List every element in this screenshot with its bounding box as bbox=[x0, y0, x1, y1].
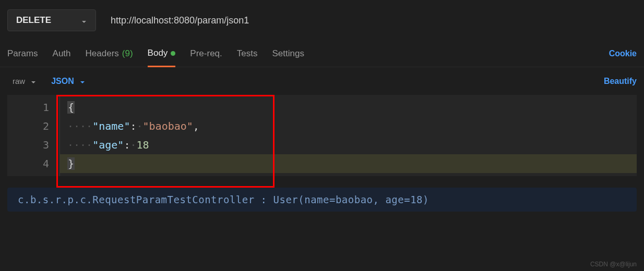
tab-body[interactable]: Body bbox=[148, 41, 176, 67]
code-editor[interactable]: 1 2 3 4 { ····"name":·"baobao", ····"age… bbox=[7, 95, 637, 176]
code-line: ····"name":·"baobao", bbox=[60, 117, 637, 136]
tab-params[interactable]: Params bbox=[7, 41, 38, 67]
chevron-down-icon bbox=[81, 17, 87, 23]
code-content[interactable]: { ····"name":·"baobao", ····"age":·18 } bbox=[59, 95, 637, 176]
watermark: CSDN @x@lijun bbox=[590, 261, 637, 268]
code-line: } bbox=[60, 154, 637, 173]
body-controls-row: raw JSON Beautify bbox=[0, 67, 644, 95]
tab-settings[interactable]: Settings bbox=[272, 41, 304, 67]
code-line: ····"age":·18 bbox=[60, 136, 637, 154]
body-format-dropdown[interactable]: JSON bbox=[51, 77, 86, 86]
headers-count: (9) bbox=[122, 48, 133, 59]
url-input[interactable] bbox=[104, 11, 637, 30]
line-number-gutter: 1 2 3 4 bbox=[7, 95, 59, 176]
request-tabs: Params Auth Headers (9) Body Pre-req. Te… bbox=[0, 41, 644, 67]
body-modified-indicator-icon bbox=[171, 51, 175, 56]
body-controls-left: raw JSON bbox=[7, 75, 86, 88]
request-tabs-left: Params Auth Headers (9) Body Pre-req. Te… bbox=[7, 41, 304, 67]
chevron-down-icon bbox=[79, 78, 86, 84]
tab-auth[interactable]: Auth bbox=[53, 41, 71, 67]
code-line: { bbox=[60, 98, 637, 117]
http-method-label: DELETE bbox=[16, 15, 51, 26]
tab-headers[interactable]: Headers (9) bbox=[86, 41, 133, 67]
body-type-dropdown[interactable]: raw bbox=[7, 75, 42, 88]
cookies-link[interactable]: Cookie bbox=[609, 49, 637, 58]
http-method-dropdown[interactable]: DELETE bbox=[7, 9, 96, 31]
beautify-button[interactable]: Beautify bbox=[604, 77, 637, 86]
editor-area: 1 2 3 4 { ····"name":·"baobao", ····"age… bbox=[0, 95, 644, 176]
request-top-bar: DELETE bbox=[0, 0, 644, 41]
tab-tests[interactable]: Tests bbox=[237, 41, 258, 67]
chevron-down-icon bbox=[30, 78, 37, 84]
tab-prereq[interactable]: Pre-req. bbox=[190, 41, 222, 67]
log-output: c.b.s.r.p.c.RequestParamTestController :… bbox=[7, 188, 637, 212]
